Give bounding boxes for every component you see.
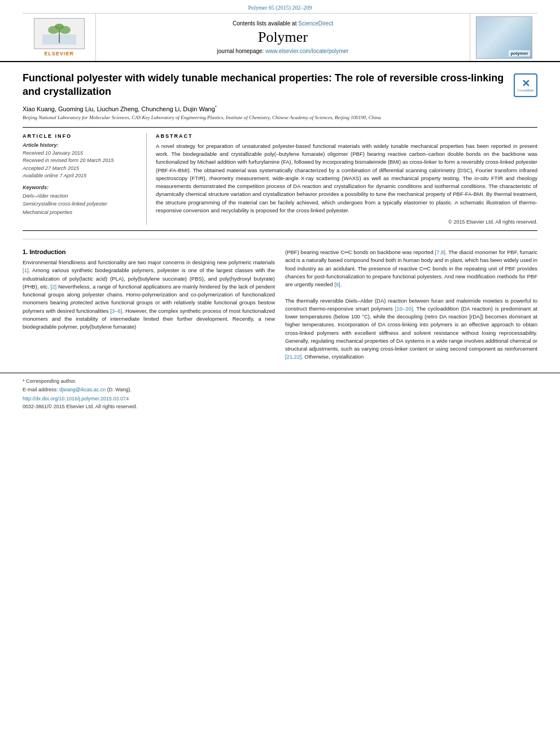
email-link[interactable]: djwang@ikcas.ac.cn (59, 387, 106, 392)
ref-9-link[interactable]: [9] (334, 281, 340, 287)
authors-line: Xiao Kuang, Guoming Liu, Liuchun Zheng, … (23, 104, 537, 112)
available-online: Available online 7 April 2015 (23, 172, 139, 180)
author-asterisk: * (215, 104, 217, 110)
received-1: Received 10 January 2015 (23, 150, 139, 158)
crossmark-badge[interactable]: ✕ CrossMark (514, 73, 537, 97)
abstract-column: ABSTRACT A novel strategy for preparatio… (156, 133, 537, 225)
corresponding-author-note: * Corresponding author. (23, 378, 537, 386)
sciencedirect-line: Contents lists available at ScienceDirec… (233, 20, 333, 27)
journal-ref-text: Polymer 65 (2015) 202–209 (248, 5, 312, 11)
journal-homepage-line: journal homepage: www.elsevier.com/locat… (217, 48, 349, 54)
svg-point-4 (55, 24, 64, 29)
elsevier-tree-icon (42, 23, 76, 45)
section-divider (23, 239, 537, 239)
issn-line: 0032-3861/© 2015 Elsevier Ltd. All right… (23, 404, 537, 409)
ref-10-20-link[interactable]: [10–20] (395, 305, 413, 312)
body-right-text: (PBF) bearing reactive C═C bonds on back… (285, 248, 537, 361)
article-content: Functional polyester with widely tunable… (0, 62, 560, 367)
body-two-col: 1. Introduction Environmental friendline… (23, 245, 537, 361)
article-title-section: Functional polyester with widely tunable… (23, 71, 537, 99)
body-left-text: Environmental friendliness and functiona… (23, 259, 275, 331)
received-revised: Received in revised form 20 March 2015 (23, 157, 139, 165)
sciencedirect-link[interactable]: ScienceDirect (298, 20, 333, 27)
journal-name-title: Polymer (258, 29, 308, 46)
contents-available-text: Contents lists available at (233, 20, 296, 27)
affiliation-line: Beijing National Laboratory for Molecula… (23, 114, 537, 121)
email-note: (D. Wang). (107, 387, 132, 392)
ref-7-8-link[interactable]: [7,8] (435, 249, 446, 255)
crossmark-label: CrossMark (517, 89, 533, 92)
journal-ref-line: Polymer 65 (2015) 202–209 (23, 5, 537, 11)
body-left-col: 1. Introduction Environmental friendline… (23, 248, 275, 361)
doi-line: http://dx.doi.org/10.1016/j.polymer.2015… (23, 395, 537, 403)
polymer-thumbnail: polymer (476, 16, 532, 59)
ref-3-6-link[interactable]: [3–6] (110, 308, 122, 314)
page-footer: * Corresponding author. E-mail address: … (0, 373, 560, 413)
page-wrapper: Polymer 65 (2015) 202–209 ELSEVIER (0, 0, 560, 747)
polymer-image-label: polymer (509, 50, 530, 56)
accepted-date: Accepted 27 March 2015 (23, 165, 139, 173)
abstract-heading: ABSTRACT (156, 133, 537, 139)
article-info-column: ARTICLE INFO Article history: Received 1… (23, 133, 147, 225)
journal-center: Contents lists available at ScienceDirec… (96, 14, 470, 61)
ref-1-link[interactable]: [1] (23, 267, 29, 273)
journal-homepage-url[interactable]: www.elsevier.com/locate/polymer (265, 48, 348, 54)
crossmark-cross-icon: ✕ (522, 78, 530, 89)
doi-link[interactable]: http://dx.doi.org/10.1016/j.polymer.2015… (23, 396, 129, 401)
authors-text: Xiao Kuang, Guoming Liu, Liuchun Zheng, … (23, 105, 215, 112)
article-history-label: Article history: (23, 142, 139, 148)
elsevier-wordmark: ELSEVIER (44, 51, 74, 56)
keywords-label: Keywords: (23, 185, 139, 190)
journal-header: Polymer 65 (2015) 202–209 ELSEVIER (0, 0, 560, 62)
header-inner: ELSEVIER Contents lists available at Sci… (23, 13, 537, 61)
article-info-abstract-section: ARTICLE INFO Article history: Received 1… (23, 127, 537, 231)
ref-21-22-link[interactable]: [21,22] (285, 353, 301, 360)
keyword-2: Semicrystalline cross-linked polyester (23, 200, 139, 208)
email-line: E-mail address: djwang@ikcas.ac.cn (D. W… (23, 386, 537, 394)
elsevier-logo-area: ELSEVIER (23, 14, 96, 61)
keyword-3: Mechanical properties (23, 208, 139, 216)
body-right-col: (PBF) bearing reactive C═C bonds on back… (285, 248, 537, 361)
ref-2-link[interactable]: [2] (51, 283, 57, 290)
article-title: Functional polyester with widely tunable… (23, 71, 514, 99)
copyright-line: © 2015 Elsevier Ltd. All rights reserved… (156, 219, 537, 225)
keyword-1: Diels–Alder reaction (23, 192, 139, 200)
polymer-image-area: polymer (470, 14, 537, 61)
section-1-heading: 1. Introduction (23, 248, 275, 255)
abstract-text: A novel strategy for preparation of unsa… (156, 142, 537, 215)
elsevier-logo-box (34, 18, 85, 49)
journal-homepage-label: journal homepage: (217, 48, 264, 54)
article-info-heading: ARTICLE INFO (23, 133, 139, 139)
email-label: E-mail address: (23, 387, 58, 392)
corresponding-author-label: * Corresponding author. (23, 378, 76, 384)
